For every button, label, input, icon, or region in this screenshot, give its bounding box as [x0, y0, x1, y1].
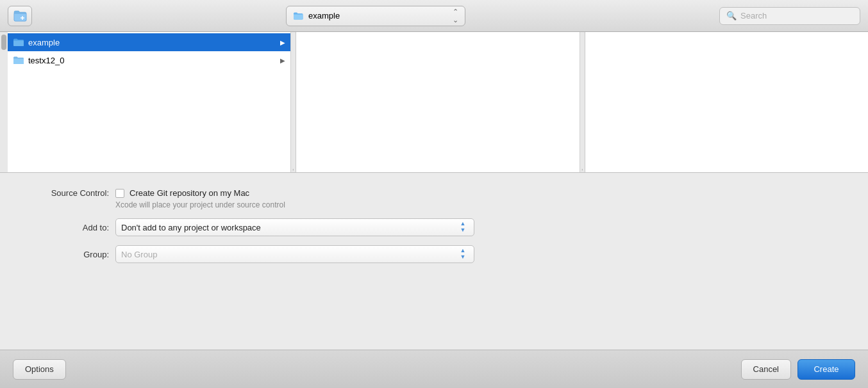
group-stepper[interactable]: ▲ ▼	[457, 248, 469, 261]
browser-column-1: example ▶ testx12_0 ▶	[8, 32, 291, 172]
scroll-indicator[interactable]	[0, 32, 8, 172]
search-box[interactable]: 🔍 Search	[719, 7, 860, 25]
column-resize-2[interactable]: · ·	[580, 32, 585, 172]
stepper-down-icon: ▼	[460, 227, 466, 234]
add-to-value: Don't add to any project or workspace	[121, 223, 457, 232]
path-arrows-icon: ⌃⌄	[453, 8, 458, 24]
file-item-example-name: example	[28, 38, 276, 47]
source-control-checkbox[interactable]	[115, 189, 124, 198]
path-dropdown[interactable]: example ⌃⌄	[286, 6, 465, 26]
path-folder-icon	[293, 12, 303, 20]
file-item-testx12[interactable]: testx12_0 ▶	[8, 51, 290, 69]
source-control-row: Source Control: Create Git repository on…	[26, 188, 842, 198]
source-control-checkbox-area: Create Git repository on my Mac	[115, 188, 249, 198]
source-control-hint: Xcode will place your project under sour…	[115, 200, 842, 209]
options-button[interactable]: Options	[13, 359, 66, 380]
chevron-right-icon-testx12: ▶	[280, 57, 285, 64]
toolbar-center: example ⌃⌄	[38, 6, 713, 26]
form-area: Source Control: Create Git repository on…	[0, 173, 868, 285]
source-control-label: Source Control:	[26, 188, 109, 198]
new-folder-icon	[13, 10, 27, 22]
button-bar: Options Cancel Create	[0, 350, 868, 388]
browser-column-3	[585, 32, 868, 172]
cancel-button[interactable]: Cancel	[741, 359, 791, 380]
add-to-label: Add to:	[26, 223, 109, 232]
group-row: Group: No Group ▲ ▼	[26, 245, 842, 263]
file-item-testx12-name: testx12_0	[28, 56, 276, 65]
source-control-checkbox-label: Create Git repository on my Mac	[129, 188, 249, 198]
column-resize-1[interactable]: · ·	[291, 32, 296, 172]
group-stepper-down-icon: ▼	[460, 254, 466, 261]
add-to-row: Add to: Don't add to any project or work…	[26, 218, 842, 236]
chevron-right-icon-example: ▶	[280, 39, 285, 46]
toolbar-right: 🔍 Search	[719, 7, 860, 25]
add-to-stepper[interactable]: ▲ ▼	[457, 221, 469, 234]
file-list-1: example ▶ testx12_0 ▶	[8, 32, 290, 70]
button-group-right: Cancel Create	[741, 359, 855, 380]
new-folder-button[interactable]	[8, 6, 32, 26]
group-label: Group:	[26, 250, 109, 259]
scroll-thumb	[1, 35, 6, 50]
group-placeholder: No Group	[121, 250, 457, 259]
toolbar: example ⌃⌄ 🔍 Search	[0, 0, 868, 32]
search-placeholder: Search	[740, 11, 767, 20]
browser-area: example ▶ testx12_0 ▶ · ·	[0, 32, 868, 173]
group-select[interactable]: No Group ▲ ▼	[115, 245, 474, 263]
folder-icon-example	[13, 38, 24, 47]
create-button[interactable]: Create	[797, 359, 855, 380]
add-to-select[interactable]: Don't add to any project or workspace ▲ …	[115, 218, 474, 236]
file-item-example[interactable]: example ▶	[8, 33, 290, 51]
search-icon: 🔍	[726, 11, 737, 20]
browser-column-2	[296, 32, 580, 172]
folder-icon-testx12	[13, 56, 24, 65]
path-label: example	[308, 11, 447, 20]
